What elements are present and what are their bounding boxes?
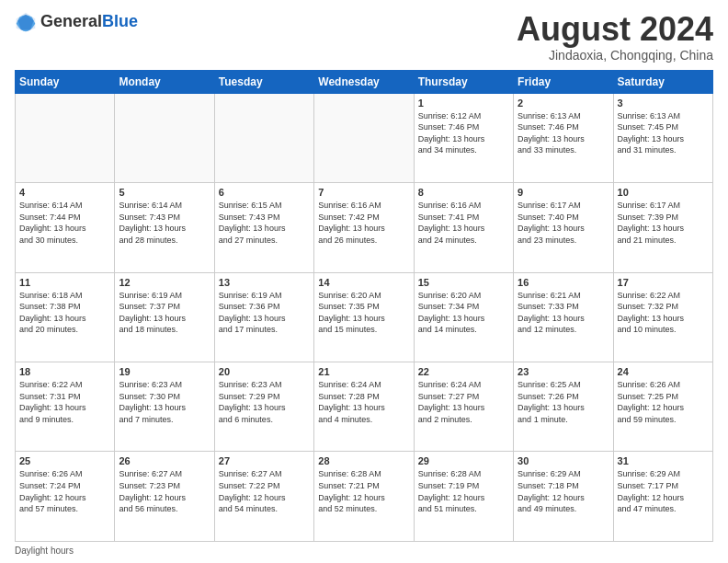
day-number: 21 xyxy=(318,366,409,377)
weekday-header-monday: Monday xyxy=(115,70,214,93)
weekday-header-thursday: Thursday xyxy=(414,70,513,93)
calendar-cell xyxy=(314,93,414,182)
day-info: Sunrise: 6:21 AM Sunset: 7:33 PM Dayligh… xyxy=(518,290,609,336)
day-info: Sunrise: 6:17 AM Sunset: 7:40 PM Dayligh… xyxy=(518,200,609,246)
day-info: Sunrise: 6:27 AM Sunset: 7:22 PM Dayligh… xyxy=(219,468,310,514)
calendar-cell xyxy=(16,93,115,182)
calendar-cell: 24Sunrise: 6:26 AM Sunset: 7:25 PM Dayli… xyxy=(613,362,712,452)
day-info: Sunrise: 6:23 AM Sunset: 7:30 PM Dayligh… xyxy=(119,379,210,425)
month-title: August 2024 xyxy=(517,11,713,48)
calendar-cell: 23Sunrise: 6:25 AM Sunset: 7:26 PM Dayli… xyxy=(514,362,613,452)
day-number: 15 xyxy=(418,277,509,288)
calendar-cell: 29Sunrise: 6:28 AM Sunset: 7:19 PM Dayli… xyxy=(414,452,513,542)
header: General Blue August 2024 Jindaoxia, Chon… xyxy=(15,11,713,63)
day-number: 20 xyxy=(219,366,310,377)
day-number: 2 xyxy=(518,98,609,109)
day-info: Sunrise: 6:20 AM Sunset: 7:35 PM Dayligh… xyxy=(318,290,409,336)
calendar-week-2: 4Sunrise: 6:14 AM Sunset: 7:44 PM Daylig… xyxy=(16,183,713,272)
day-info: Sunrise: 6:22 AM Sunset: 7:31 PM Dayligh… xyxy=(19,379,110,425)
day-number: 5 xyxy=(119,187,210,198)
calendar-cell: 8Sunrise: 6:16 AM Sunset: 7:41 PM Daylig… xyxy=(414,183,513,272)
day-number: 27 xyxy=(219,455,310,466)
day-info: Sunrise: 6:24 AM Sunset: 7:28 PM Dayligh… xyxy=(318,379,409,425)
day-info: Sunrise: 6:27 AM Sunset: 7:23 PM Dayligh… xyxy=(119,468,210,514)
page: General Blue August 2024 Jindaoxia, Chon… xyxy=(0,0,728,563)
logo-blue: Blue xyxy=(102,13,138,31)
logo-text-block: General Blue xyxy=(40,13,138,31)
day-info: Sunrise: 6:16 AM Sunset: 7:42 PM Dayligh… xyxy=(318,200,409,246)
day-number: 19 xyxy=(119,366,210,377)
location: Jindaoxia, Chongqing, China xyxy=(517,48,713,63)
calendar-cell: 31Sunrise: 6:29 AM Sunset: 7:17 PM Dayli… xyxy=(613,452,712,542)
calendar-cell: 22Sunrise: 6:24 AM Sunset: 7:27 PM Dayli… xyxy=(414,362,513,452)
day-info: Sunrise: 6:14 AM Sunset: 7:44 PM Dayligh… xyxy=(19,200,110,246)
title-block: August 2024 Jindaoxia, Chongqing, China xyxy=(517,11,713,63)
day-info: Sunrise: 6:14 AM Sunset: 7:43 PM Dayligh… xyxy=(119,200,210,246)
day-number: 28 xyxy=(318,455,409,466)
generalblue-logo-icon xyxy=(15,11,37,33)
logo: General Blue xyxy=(15,11,138,33)
day-info: Sunrise: 6:29 AM Sunset: 7:17 PM Dayligh… xyxy=(618,468,709,514)
weekday-header-tuesday: Tuesday xyxy=(214,70,313,93)
day-number: 13 xyxy=(219,277,310,288)
day-number: 23 xyxy=(518,366,609,377)
day-info: Sunrise: 6:12 AM Sunset: 7:46 PM Dayligh… xyxy=(418,110,509,156)
day-info: Sunrise: 6:13 AM Sunset: 7:45 PM Dayligh… xyxy=(618,110,709,156)
weekday-header-row: SundayMondayTuesdayWednesdayThursdayFrid… xyxy=(16,70,713,93)
footer: Daylight hours xyxy=(15,546,713,556)
calendar-cell: 6Sunrise: 6:15 AM Sunset: 7:43 PM Daylig… xyxy=(214,183,313,272)
calendar-cell: 5Sunrise: 6:14 AM Sunset: 7:43 PM Daylig… xyxy=(115,183,214,272)
calendar-cell: 25Sunrise: 6:26 AM Sunset: 7:24 PM Dayli… xyxy=(16,452,115,542)
calendar-cell: 16Sunrise: 6:21 AM Sunset: 7:33 PM Dayli… xyxy=(514,272,613,362)
day-number: 29 xyxy=(418,455,509,466)
day-info: Sunrise: 6:19 AM Sunset: 7:37 PM Dayligh… xyxy=(119,290,210,336)
day-number: 12 xyxy=(119,277,210,288)
calendar-week-5: 25Sunrise: 6:26 AM Sunset: 7:24 PM Dayli… xyxy=(16,452,713,542)
day-info: Sunrise: 6:19 AM Sunset: 7:36 PM Dayligh… xyxy=(219,290,310,336)
calendar-cell: 28Sunrise: 6:28 AM Sunset: 7:21 PM Dayli… xyxy=(314,452,414,542)
calendar-cell: 3Sunrise: 6:13 AM Sunset: 7:45 PM Daylig… xyxy=(613,93,712,182)
calendar-cell: 1Sunrise: 6:12 AM Sunset: 7:46 PM Daylig… xyxy=(414,93,513,182)
calendar-cell: 26Sunrise: 6:27 AM Sunset: 7:23 PM Dayli… xyxy=(115,452,214,542)
day-number: 11 xyxy=(19,277,110,288)
calendar-cell xyxy=(115,93,214,182)
calendar-cell: 2Sunrise: 6:13 AM Sunset: 7:46 PM Daylig… xyxy=(514,93,613,182)
day-number: 17 xyxy=(618,277,709,288)
calendar-cell: 15Sunrise: 6:20 AM Sunset: 7:34 PM Dayli… xyxy=(414,272,513,362)
day-info: Sunrise: 6:17 AM Sunset: 7:39 PM Dayligh… xyxy=(618,200,709,246)
day-info: Sunrise: 6:15 AM Sunset: 7:43 PM Dayligh… xyxy=(219,200,310,246)
calendar-cell: 13Sunrise: 6:19 AM Sunset: 7:36 PM Dayli… xyxy=(214,272,313,362)
calendar-cell: 7Sunrise: 6:16 AM Sunset: 7:42 PM Daylig… xyxy=(314,183,414,272)
day-number: 6 xyxy=(219,187,310,198)
day-info: Sunrise: 6:13 AM Sunset: 7:46 PM Dayligh… xyxy=(518,110,609,156)
calendar-cell: 14Sunrise: 6:20 AM Sunset: 7:35 PM Dayli… xyxy=(314,272,414,362)
logo-general: General xyxy=(40,13,102,31)
day-number: 25 xyxy=(19,455,110,466)
calendar-cell: 10Sunrise: 6:17 AM Sunset: 7:39 PM Dayli… xyxy=(613,183,712,272)
calendar-cell: 30Sunrise: 6:29 AM Sunset: 7:18 PM Dayli… xyxy=(514,452,613,542)
calendar-cell: 11Sunrise: 6:18 AM Sunset: 7:38 PM Dayli… xyxy=(16,272,115,362)
day-number: 16 xyxy=(518,277,609,288)
day-number: 22 xyxy=(418,366,509,377)
calendar-cell: 27Sunrise: 6:27 AM Sunset: 7:22 PM Dayli… xyxy=(214,452,313,542)
day-number: 31 xyxy=(618,455,709,466)
calendar-week-3: 11Sunrise: 6:18 AM Sunset: 7:38 PM Dayli… xyxy=(16,272,713,362)
calendar-cell: 20Sunrise: 6:23 AM Sunset: 7:29 PM Dayli… xyxy=(214,362,313,452)
calendar-cell: 9Sunrise: 6:17 AM Sunset: 7:40 PM Daylig… xyxy=(514,183,613,272)
day-info: Sunrise: 6:24 AM Sunset: 7:27 PM Dayligh… xyxy=(418,379,509,425)
day-number: 1 xyxy=(418,98,509,109)
day-info: Sunrise: 6:25 AM Sunset: 7:26 PM Dayligh… xyxy=(518,379,609,425)
calendar-cell: 12Sunrise: 6:19 AM Sunset: 7:37 PM Dayli… xyxy=(115,272,214,362)
weekday-header-sunday: Sunday xyxy=(16,70,115,93)
day-info: Sunrise: 6:16 AM Sunset: 7:41 PM Dayligh… xyxy=(418,200,509,246)
day-info: Sunrise: 6:22 AM Sunset: 7:32 PM Dayligh… xyxy=(618,290,709,336)
weekday-header-saturday: Saturday xyxy=(613,70,712,93)
calendar-week-4: 18Sunrise: 6:22 AM Sunset: 7:31 PM Dayli… xyxy=(16,362,713,452)
day-info: Sunrise: 6:28 AM Sunset: 7:21 PM Dayligh… xyxy=(318,468,409,514)
day-info: Sunrise: 6:20 AM Sunset: 7:34 PM Dayligh… xyxy=(418,290,509,336)
day-number: 4 xyxy=(19,187,110,198)
day-number: 3 xyxy=(618,98,709,109)
day-number: 30 xyxy=(518,455,609,466)
day-info: Sunrise: 6:26 AM Sunset: 7:24 PM Dayligh… xyxy=(19,468,110,514)
day-number: 14 xyxy=(318,277,409,288)
